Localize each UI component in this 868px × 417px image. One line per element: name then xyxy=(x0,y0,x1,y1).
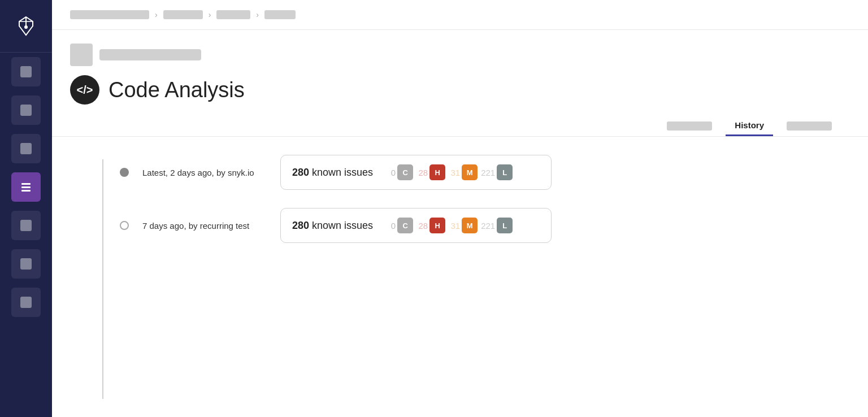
sidebar-nav-icon-3 xyxy=(20,143,32,154)
history-label-2: 7 days ago, by recurring test xyxy=(142,221,267,231)
pill-medium-2: 31 M xyxy=(449,218,478,233)
sidebar-logo[interactable] xyxy=(0,0,52,52)
low-badge-2: L xyxy=(497,218,513,233)
medium-badge-1: M xyxy=(462,164,478,180)
timeline-dot-1 xyxy=(120,168,129,177)
tab-history[interactable]: History xyxy=(726,116,773,136)
history-content: Latest, 2 days ago, by snyk.io 280 known… xyxy=(52,137,868,417)
pill-low-1: 221 L xyxy=(481,164,513,180)
pill-critical-1: 0 C xyxy=(384,164,413,180)
history-icon xyxy=(20,181,32,193)
medium-count-2: 31 xyxy=(449,221,460,231)
sidebar-nav-icon-7 xyxy=(20,297,32,308)
timeline xyxy=(97,155,108,399)
tab-placeholder-left[interactable] xyxy=(667,121,712,131)
code-brackets-icon: </> xyxy=(77,84,93,97)
medium-badge-2: M xyxy=(462,218,478,233)
breadcrumb-sep-2: › xyxy=(209,10,211,19)
breadcrumb-item-2[interactable] xyxy=(163,10,203,19)
high-count-2: 28 xyxy=(416,221,428,231)
high-badge-1: H xyxy=(429,164,445,180)
high-count-1: 28 xyxy=(416,168,428,177)
critical-badge-2: C xyxy=(397,218,413,233)
sidebar xyxy=(0,0,52,417)
sidebar-item-history[interactable] xyxy=(11,172,41,202)
low-badge-1: L xyxy=(497,164,513,180)
pill-critical-2: 0 C xyxy=(384,218,413,233)
page-header: </> Code Analysis History xyxy=(52,30,868,137)
critical-count-1: 0 xyxy=(384,168,396,177)
timeline-dot-2 xyxy=(120,221,129,230)
sidebar-nav-icon-6 xyxy=(20,258,32,270)
low-count-1: 221 xyxy=(481,168,495,177)
sidebar-divider xyxy=(0,52,52,53)
pill-medium-1: 31 M xyxy=(449,164,478,180)
pill-low-2: 221 L xyxy=(481,218,513,233)
page-header-icon xyxy=(70,44,93,66)
code-analysis-icon: </> xyxy=(70,75,99,105)
breadcrumb-item-4[interactable] xyxy=(264,10,296,19)
sidebar-item-5[interactable] xyxy=(11,211,41,240)
sidebar-nav-icon-2 xyxy=(20,105,32,116)
history-label-1: Latest, 2 days ago, by snyk.io xyxy=(142,168,267,177)
issues-card-1[interactable]: 280 known issues 0 C 28 H xyxy=(280,155,552,190)
severity-pills-2: 0 C 28 H 31 M xyxy=(384,218,513,233)
pill-high-1: 28 H xyxy=(416,164,445,180)
sidebar-nav-icon-5 xyxy=(20,220,32,231)
history-item-2: 7 days ago, by recurring test 280 known … xyxy=(120,208,850,243)
critical-count-2: 0 xyxy=(384,221,396,231)
high-badge-2: H xyxy=(429,218,445,233)
sidebar-nav-icon-1 xyxy=(20,66,32,77)
issues-count-2: 280 known issues xyxy=(292,220,373,232)
low-count-2: 221 xyxy=(481,221,495,231)
page-title: Code Analysis xyxy=(108,78,245,102)
history-item-1: Latest, 2 days ago, by snyk.io 280 known… xyxy=(120,155,850,190)
medium-count-1: 31 xyxy=(449,168,460,177)
breadcrumb-sep-3: › xyxy=(256,10,259,19)
severity-pills-1: 0 C 28 H 31 M xyxy=(384,164,513,180)
breadcrumb: › › › xyxy=(52,0,868,30)
snyk-logo-icon xyxy=(12,12,40,40)
sidebar-item-1[interactable] xyxy=(11,57,41,86)
history-list: Latest, 2 days ago, by snyk.io 280 known… xyxy=(120,155,850,399)
sidebar-item-2[interactable] xyxy=(11,95,41,125)
page-title-row: </> Code Analysis xyxy=(70,75,850,105)
issues-card-2[interactable]: 280 known issues 0 C 28 H xyxy=(280,208,552,243)
main-content: › › › </> Code Analysis History xyxy=(52,0,868,417)
page-header-top xyxy=(70,44,850,66)
pill-high-2: 28 H xyxy=(416,218,445,233)
svg-point-4 xyxy=(24,25,28,29)
critical-badge-1: C xyxy=(397,164,413,180)
tab-placeholder-right[interactable] xyxy=(787,121,832,131)
page-header-subtitle xyxy=(99,49,201,60)
sidebar-item-6[interactable] xyxy=(11,249,41,279)
issues-count-1: 280 known issues xyxy=(292,167,373,179)
breadcrumb-item-1[interactable] xyxy=(70,10,149,19)
timeline-line xyxy=(102,159,103,399)
breadcrumb-sep-1: › xyxy=(155,10,158,19)
sidebar-item-3[interactable] xyxy=(11,134,41,163)
breadcrumb-item-3[interactable] xyxy=(216,10,250,19)
sidebar-item-7[interactable] xyxy=(11,288,41,317)
tabs-row: History xyxy=(70,116,850,136)
